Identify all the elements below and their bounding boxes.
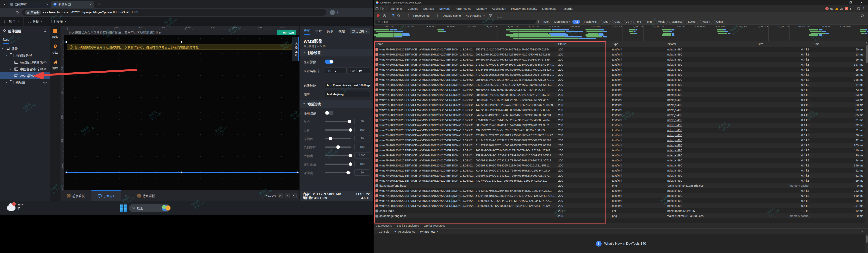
filter-chip-Manifest[interactable]: Manifest	[669, 20, 684, 24]
slider-track[interactable]	[325, 138, 351, 139]
devtools-tab-network[interactable]: Network	[436, 5, 452, 12]
table-row[interactable]: wms?%20%20%20SERVICE=WMS&%20%20%20VERSIO…	[374, 198, 865, 203]
initiator-link[interactable]: index.js:490	[667, 62, 682, 67]
initiator-link[interactable]: index.js:490	[667, 148, 682, 153]
issue-count[interactable]: 1	[849, 7, 851, 10]
table-row[interactable]: wms?%20%20%20SERVICE=WMS&%20%20%20VERSIO…	[374, 67, 865, 72]
initiator-link[interactable]: index.js:490	[667, 128, 682, 133]
table-row[interactable]: data:image/png;base…200pngrealm-runtime.…	[374, 214, 865, 219]
slider-track[interactable]	[325, 155, 351, 156]
selection-handle[interactable]	[297, 171, 299, 173]
use-filter-toggle[interactable]	[325, 111, 334, 115]
panel-tab-代码[interactable]: 代码	[339, 29, 345, 34]
profile-avatar[interactable]	[330, 10, 335, 15]
panel-tab-样式[interactable]: 样式	[304, 28, 310, 35]
layer-item-场景[interactable]: ▾场景	[0, 45, 50, 52]
section-image-settings[interactable]: ▼ 影像设置 ⋮	[300, 49, 373, 56]
initiator-link[interactable]: index.js:490	[667, 143, 682, 148]
terminal-icon[interactable]: >_	[291, 193, 297, 198]
slider-value[interactable]: 20	[354, 135, 370, 141]
filter-chip-All[interactable]: All	[572, 20, 580, 24]
menu-操作[interactable]: 操作▼	[47, 17, 71, 26]
initiator-link[interactable]: index.js:490	[667, 138, 682, 143]
initiator-link[interactable]: index.js:490	[667, 103, 682, 108]
map-viewport[interactable]: ! 当前地图服务中使用的是测试地址，仅供测试参考，请及时修改为自己部署的地图服务…	[64, 35, 299, 190]
section-menu-icon[interactable]: ⋮	[366, 51, 370, 55]
image-address-input[interactable]: http://teeechina.xicp.net:10010/ge	[325, 82, 370, 88]
devtools-tab-application[interactable]: Application	[489, 5, 508, 12]
table-row[interactable]: wms?%20%20%20SERVICE=WMS&%20%20%20VERSIO…	[374, 57, 865, 62]
table-row[interactable]: wms?%20%20%20SERVICE=WMS&%20%20%20VERSIO…	[374, 62, 865, 67]
close-drawer-icon[interactable]: ✕	[861, 230, 865, 233]
table-row[interactable]: wms?%20%20%20SERVICE=WMS&%20%20%20VERSIO…	[374, 47, 865, 52]
import-har-icon[interactable]: ↑	[497, 14, 499, 18]
keyboard-icon[interactable]: ⌗	[285, 193, 290, 198]
initiator-link[interactable]: index.js:490	[667, 153, 682, 158]
drawer-tab-console[interactable]: Console	[376, 229, 392, 234]
table-row[interactable]: wms?%20%20%20SERVICE=WMS&%20%20%20VERSIO…	[374, 113, 865, 118]
dock-服务[interactable]: 服务	[50, 29, 60, 39]
initiator-link[interactable]: index.js:490	[667, 203, 682, 208]
layer-input[interactable]: test:zhejiang	[325, 91, 370, 97]
tab-close-icon[interactable]: ✕	[43, 3, 49, 6]
back-icon[interactable]: ←	[0, 10, 7, 15]
slider-value[interactable]: 100	[354, 127, 370, 133]
record-network-log-icon[interactable]	[377, 14, 379, 17]
initiator-link[interactable]: index.js:490	[667, 122, 682, 128]
table-row[interactable]: wms?%20%20%20SERVICE=WMS&%20%20%20VERSIO…	[374, 87, 865, 92]
table-row[interactable]: wms?%20%20%20SERVICE=WMS&%20%20%20VERSIO…	[374, 128, 865, 133]
reload-icon[interactable]: ⟳	[14, 10, 21, 15]
visibility-off-icon[interactable]	[43, 60, 47, 64]
filter-chip-Doc[interactable]: Doc	[601, 20, 611, 24]
selection-handle[interactable]	[181, 41, 182, 43]
minimize-button[interactable]: —	[838, 1, 841, 4]
devtools-tab-console[interactable]: Console	[405, 5, 421, 12]
initiator-link[interactable]: realm-runtime.312a85d3.css	[667, 183, 704, 188]
drawer-tab-what's-new[interactable]: What's new✕	[418, 229, 441, 234]
preserve-log-label[interactable]: Preserve log	[413, 14, 430, 17]
slider-knob[interactable]	[348, 154, 352, 157]
browser-tab-1[interactable]: 新标签页 ✕	[8, 1, 51, 8]
filter-chip-Wasm[interactable]: Wasm	[700, 20, 712, 24]
initiator-link[interactable]: index.js:490	[667, 52, 682, 57]
slider-track[interactable]	[325, 130, 351, 131]
sidebar-tab-default[interactable]: 默认	[3, 37, 9, 44]
initiator-link[interactable]: index.js:490	[667, 113, 682, 118]
table-row[interactable]: wms?%20%20%20SERVICE=WMS&%20%20%20VERSIO…	[374, 52, 865, 57]
filter-chip-Font[interactable]: Font	[633, 20, 643, 24]
scrollbar-thumb[interactable]	[866, 235, 868, 243]
close-tab-icon[interactable]: ✕	[436, 230, 439, 233]
tab-close-icon[interactable]: ✕	[87, 3, 92, 6]
slider-knob[interactable]	[349, 162, 352, 166]
table-row[interactable]: wms?%20%20%20SERVICE=WMS&%20%20%20VERSIO…	[374, 122, 865, 128]
initiator-link[interactable]: index.js:490	[667, 118, 682, 122]
search-icon[interactable]	[43, 29, 47, 33]
search-network-icon[interactable]	[397, 14, 401, 17]
table-row[interactable]: check-login201xhrindex.45c0bc7f.js:1361.…	[374, 208, 865, 214]
show-image-toggle[interactable]	[325, 60, 334, 64]
dock-测绘[interactable]: 测绘	[50, 60, 60, 70]
security-chip[interactable]: 不安全	[25, 10, 41, 15]
address-bar[interactable]: 不安全 css.teeechina.com:42224/#/project/la…	[22, 9, 326, 16]
drawer-tab-ai-assistance[interactable]: ✦AI assistance	[392, 229, 418, 234]
close-button[interactable]: ✕	[860, 1, 863, 4]
table-row[interactable]: wms?%20%20%20SERVICE=WMS&%20%20%20VERSIO…	[374, 143, 865, 148]
table-row[interactable]: wms?%20%20%20SERVICE=WMS&%20%20%20VERSIO…	[374, 77, 865, 82]
scroll-up-icon[interactable]	[866, 42, 868, 44]
layer-item-WMS影像[interactable]: WMS影像	[0, 73, 50, 79]
network-settings-gear-icon[interactable]	[861, 14, 864, 18]
tab-search-chevron-icon[interactable]: ⌄	[2, 1, 7, 7]
initiator-link[interactable]: index.js:490	[667, 92, 682, 97]
visibility-off-icon[interactable]	[43, 67, 47, 71]
slider-track[interactable]	[325, 146, 351, 148]
table-row[interactable]: wms?%20%20%20SERVICE=WMS&%20%20%20VERSIO…	[374, 103, 865, 108]
invert-label[interactable]: Invert	[543, 20, 550, 23]
inspect-icon[interactable]	[375, 7, 379, 11]
table-row[interactable]: wms?%20%20%20SERVICE=WMS&%20%20%20VERSIO…	[374, 173, 865, 178]
initiator-link[interactable]: realm-runtime.312a85d3.css	[667, 214, 704, 219]
initiator-link[interactable]: index.js:490	[667, 57, 682, 62]
panel-tab-数据[interactable]: 数据	[327, 29, 334, 34]
filter-funnel-icon[interactable]	[392, 14, 395, 17]
initiator-link[interactable]: index.js:490	[667, 82, 682, 87]
browser-tab-2-active[interactable]: 轨道车-新 ✕	[51, 1, 94, 8]
